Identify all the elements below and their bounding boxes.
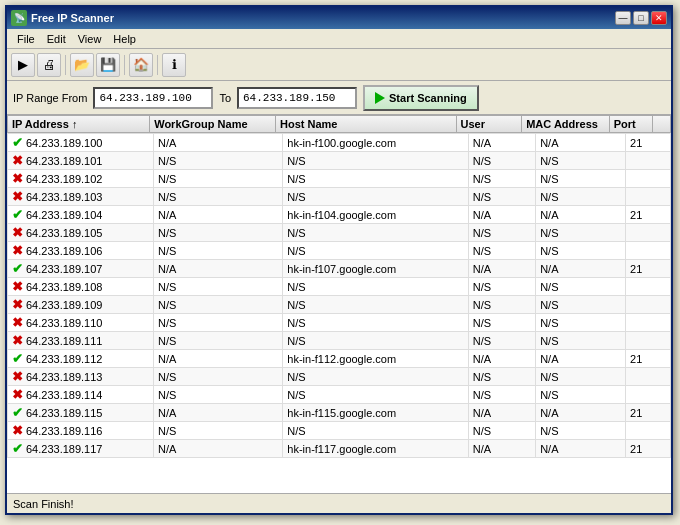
open-button[interactable]: 📂 bbox=[70, 53, 94, 77]
cell-hostname: N/S bbox=[283, 170, 468, 188]
cell-user: N/S bbox=[468, 170, 535, 188]
cell-user: N/A bbox=[468, 260, 535, 278]
ip-range-from-input[interactable] bbox=[93, 87, 213, 109]
cell-hostname: N/S bbox=[283, 368, 468, 386]
cell-user: N/S bbox=[468, 152, 535, 170]
cell-port bbox=[626, 278, 671, 296]
cell-hostname: hk-in-f100.google.com bbox=[283, 134, 468, 152]
table-row[interactable]: ✖ 64.233.189.113 N/S N/S N/S N/S bbox=[8, 368, 671, 386]
table-row[interactable]: ✔ 64.233.189.104 N/A hk-in-f104.google.c… bbox=[8, 206, 671, 224]
table-row[interactable]: ✖ 64.233.189.110 N/S N/S N/S N/S bbox=[8, 314, 671, 332]
app-title: Free IP Scanner bbox=[31, 12, 114, 24]
play-button[interactable]: ▶ bbox=[11, 53, 35, 77]
cell-hostname: N/S bbox=[283, 296, 468, 314]
scan-button-label: Start Scanning bbox=[389, 92, 467, 104]
table-row[interactable]: ✔ 64.233.189.117 N/A hk-in-f117.google.c… bbox=[8, 440, 671, 458]
print-button[interactable]: 🖨 bbox=[37, 53, 61, 77]
toolbar: ▶ 🖨 📂 💾 🏠 ℹ bbox=[7, 49, 671, 81]
cell-workgroup: N/S bbox=[154, 242, 283, 260]
cell-port bbox=[626, 170, 671, 188]
cell-workgroup: N/A bbox=[154, 134, 283, 152]
cell-user: N/S bbox=[468, 188, 535, 206]
cell-user: N/A bbox=[468, 206, 535, 224]
cell-workgroup: N/A bbox=[154, 206, 283, 224]
cell-mac: N/S bbox=[536, 332, 626, 350]
error-icon: ✖ bbox=[12, 279, 23, 294]
results-table-header: IP Address ↑ WorkGroup Name Host Name Us… bbox=[7, 115, 671, 133]
cell-mac: N/S bbox=[536, 386, 626, 404]
cell-user: N/S bbox=[468, 422, 535, 440]
cell-port: 21 bbox=[626, 350, 671, 368]
table-row[interactable]: ✖ 64.233.189.105 N/S N/S N/S N/S bbox=[8, 224, 671, 242]
cell-mac: N/S bbox=[536, 296, 626, 314]
cell-workgroup: N/S bbox=[154, 188, 283, 206]
cell-hostname: N/S bbox=[283, 314, 468, 332]
cell-hostname: hk-in-f107.google.com bbox=[283, 260, 468, 278]
cell-mac: N/S bbox=[536, 314, 626, 332]
table-row[interactable]: ✔ 64.233.189.107 N/A hk-in-f107.google.c… bbox=[8, 260, 671, 278]
cell-mac: N/S bbox=[536, 422, 626, 440]
table-row[interactable]: ✖ 64.233.189.111 N/S N/S N/S N/S bbox=[8, 332, 671, 350]
cell-ip: ✔ 64.233.189.104 bbox=[8, 206, 154, 224]
cell-workgroup: N/S bbox=[154, 314, 283, 332]
menu-help[interactable]: Help bbox=[107, 32, 142, 46]
toolbar-separator-3 bbox=[157, 55, 158, 75]
cell-hostname: N/S bbox=[283, 332, 468, 350]
table-row[interactable]: ✖ 64.233.189.102 N/S N/S N/S N/S bbox=[8, 170, 671, 188]
col-header-hostname[interactable]: Host Name bbox=[276, 116, 457, 133]
cell-port bbox=[626, 188, 671, 206]
table-row[interactable]: ✖ 64.233.189.109 N/S N/S N/S N/S bbox=[8, 296, 671, 314]
play-icon bbox=[375, 92, 385, 104]
minimize-button[interactable]: — bbox=[615, 11, 631, 25]
table-row[interactable]: ✖ 64.233.189.114 N/S N/S N/S N/S bbox=[8, 386, 671, 404]
ok-icon: ✔ bbox=[12, 405, 23, 420]
col-header-ip[interactable]: IP Address ↑ bbox=[8, 116, 150, 133]
col-header-workgroup[interactable]: WorkGroup Name bbox=[150, 116, 276, 133]
table-row[interactable]: ✖ 64.233.189.101 N/S N/S N/S N/S bbox=[8, 152, 671, 170]
ip-range-bar: IP Range From To Start Scanning bbox=[7, 81, 671, 115]
title-bar-left: 📡 Free IP Scanner bbox=[11, 10, 114, 26]
table-row[interactable]: ✔ 64.233.189.100 N/A hk-in-f100.google.c… bbox=[8, 134, 671, 152]
ok-icon: ✔ bbox=[12, 135, 23, 150]
cell-workgroup: N/A bbox=[154, 440, 283, 458]
cell-user: N/A bbox=[468, 134, 535, 152]
start-scanning-button[interactable]: Start Scanning bbox=[363, 85, 479, 111]
cell-port: 21 bbox=[626, 440, 671, 458]
cell-hostname: N/S bbox=[283, 386, 468, 404]
maximize-button[interactable]: □ bbox=[633, 11, 649, 25]
cell-ip: ✖ 64.233.189.109 bbox=[8, 296, 154, 314]
error-icon: ✖ bbox=[12, 225, 23, 240]
menu-view[interactable]: View bbox=[72, 32, 108, 46]
home-button[interactable]: 🏠 bbox=[129, 53, 153, 77]
cell-port: 21 bbox=[626, 134, 671, 152]
cell-port bbox=[626, 242, 671, 260]
table-scroll-area[interactable]: ✔ 64.233.189.100 N/A hk-in-f100.google.c… bbox=[7, 133, 671, 493]
table-row[interactable]: ✖ 64.233.189.106 N/S N/S N/S N/S bbox=[8, 242, 671, 260]
cell-user: N/S bbox=[468, 386, 535, 404]
col-header-user[interactable]: User bbox=[456, 116, 522, 133]
cell-mac: N/A bbox=[536, 260, 626, 278]
menu-file[interactable]: File bbox=[11, 32, 41, 46]
error-icon: ✖ bbox=[12, 153, 23, 168]
menu-edit[interactable]: Edit bbox=[41, 32, 72, 46]
col-header-mac[interactable]: MAC Address bbox=[522, 116, 610, 133]
cell-mac: N/A bbox=[536, 350, 626, 368]
cell-user: N/S bbox=[468, 278, 535, 296]
table-row[interactable]: ✖ 64.233.189.103 N/S N/S N/S N/S bbox=[8, 188, 671, 206]
info-button[interactable]: ℹ bbox=[162, 53, 186, 77]
table-row[interactable]: ✔ 64.233.189.115 N/A hk-in-f115.google.c… bbox=[8, 404, 671, 422]
cell-user: N/S bbox=[468, 314, 535, 332]
ip-range-to-input[interactable] bbox=[237, 87, 357, 109]
table-row[interactable]: ✖ 64.233.189.116 N/S N/S N/S N/S bbox=[8, 422, 671, 440]
close-button[interactable]: ✕ bbox=[651, 11, 667, 25]
table-row[interactable]: ✔ 64.233.189.112 N/A hk-in-f112.google.c… bbox=[8, 350, 671, 368]
cell-ip: ✖ 64.233.189.103 bbox=[8, 188, 154, 206]
col-header-port[interactable]: Port bbox=[609, 116, 653, 133]
error-icon: ✖ bbox=[12, 297, 23, 312]
table-row[interactable]: ✖ 64.233.189.108 N/S N/S N/S N/S bbox=[8, 278, 671, 296]
ok-icon: ✔ bbox=[12, 441, 23, 456]
save-button[interactable]: 💾 bbox=[96, 53, 120, 77]
cell-hostname: N/S bbox=[283, 242, 468, 260]
cell-hostname: N/S bbox=[283, 188, 468, 206]
cell-ip: ✖ 64.233.189.108 bbox=[8, 278, 154, 296]
